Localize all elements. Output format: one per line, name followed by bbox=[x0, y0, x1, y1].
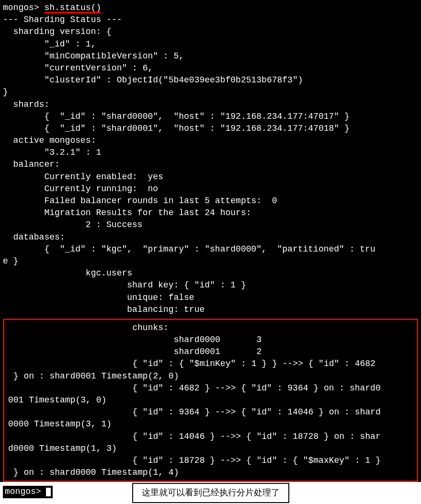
chunk-range-2: { "id" : 4682 } -->> { "id" : 9364 } on … bbox=[8, 383, 381, 405]
bal-running: Currently running: no bbox=[3, 184, 158, 194]
balancing: balancing: true bbox=[3, 305, 205, 314]
end-prompt-text: mongos> bbox=[5, 487, 46, 496]
shard-0: { "_id" : "shard0000", "host" : "192.168… bbox=[3, 112, 350, 121]
cursor-icon bbox=[46, 488, 51, 496]
shards-label: shards: bbox=[3, 100, 49, 109]
chunks-shard0001: shard0001 2 bbox=[8, 347, 262, 356]
balancer-label: balancer: bbox=[3, 160, 60, 169]
chunk-range-5: { "id" : 18728 } -->> { "id" : { "$maxKe… bbox=[8, 456, 381, 477]
command-input[interactable]: sh.status() bbox=[44, 3, 101, 12]
chunks-output: chunks: shard0000 3 shard0001 2 { "id" :… bbox=[5, 320, 416, 481]
terminal-output: mongos> sh.status() --- Sharding Status … bbox=[0, 0, 421, 318]
bal-enabled: Currently enabled: yes bbox=[3, 172, 163, 182]
shard-key: shard key: { "id" : 1 } bbox=[3, 280, 246, 290]
sv-id: "_id" : 1, bbox=[3, 39, 96, 49]
highlighted-chunks-box: chunks: shard0000 3 shard0001 2 { "id" :… bbox=[3, 319, 418, 482]
end-prompt[interactable]: mongos> bbox=[3, 486, 53, 498]
mongoses-label: active mongoses: bbox=[3, 136, 96, 145]
db-kgc: { "_id" : "kgc", "primary" : "shard0000"… bbox=[3, 244, 375, 266]
sharding-version-label: sharding version: { bbox=[3, 27, 112, 36]
annotation-callout: 这里就可以看到已经执行分片处理了 bbox=[132, 483, 289, 503]
chunk-range-4: { "id" : 14046 } -->> { "id" : 18728 } o… bbox=[8, 432, 381, 453]
bal-failed: Failed balancer rounds in last 5 attempt… bbox=[3, 196, 277, 206]
shard-1: { "_id" : "shard0001", "host" : "192.168… bbox=[3, 124, 350, 133]
sv-min: "minCompatibleVersion" : 5, bbox=[3, 51, 184, 61]
bal-migr-val: 2 : Success bbox=[3, 220, 143, 229]
unique: unique: false bbox=[3, 293, 194, 302]
prompt: mongos> bbox=[3, 3, 39, 12]
sv-cur: "currentVersion" : 6, bbox=[3, 63, 153, 73]
sv-cluster: "clusterId" : ObjectId("5b4e039ee3bf0b25… bbox=[3, 75, 303, 85]
db-label: databases: bbox=[3, 232, 65, 242]
mongoses-val: "3.2.1" : 1 bbox=[3, 148, 101, 157]
chunk-range-3: { "id" : 9364 } -->> { "id" : 14046 } on… bbox=[8, 407, 381, 429]
sv-close: } bbox=[3, 87, 8, 97]
chunk-range-1: { "id" : { "$minKey" : 1 } } -->> { "id"… bbox=[8, 359, 375, 380]
chunks-shard0000: shard0000 3 bbox=[8, 335, 262, 344]
callout-area: mongos> 这里就可以看到已经执行分片处理了 亿速云 bbox=[0, 482, 421, 504]
status-header: --- Sharding Status --- bbox=[3, 15, 122, 24]
collection: kgc.users bbox=[3, 268, 132, 278]
bal-migr: Migration Results for the last 24 hours: bbox=[3, 208, 251, 218]
chunks-label: chunks: bbox=[8, 323, 169, 332]
